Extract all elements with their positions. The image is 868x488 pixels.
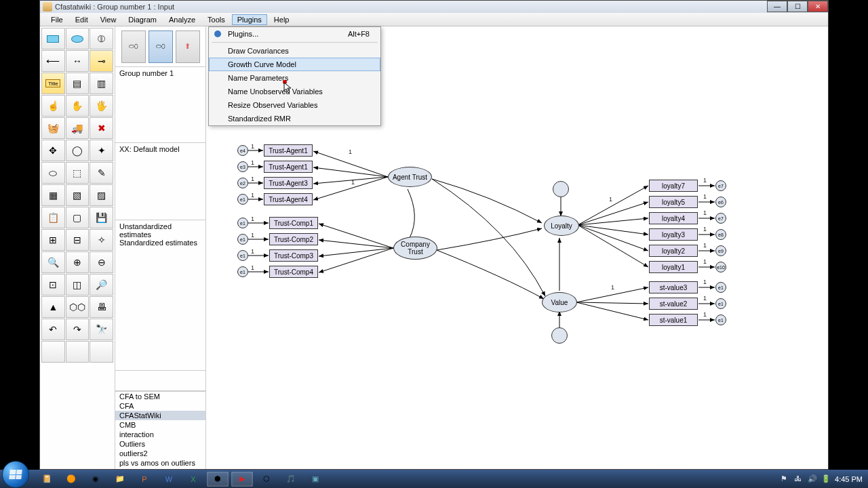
taskbar-powerpoint[interactable]: P bbox=[134, 472, 155, 487]
taskbar-app-2[interactable]: 🟠 bbox=[60, 472, 82, 487]
observed-loyalty3[interactable]: loyalty3 bbox=[649, 228, 698, 241]
file-item[interactable]: outliers2 bbox=[115, 449, 205, 458]
error-loy5[interactable]: e6 bbox=[715, 197, 726, 207]
tool-shape-prop[interactable]: ✥ bbox=[41, 140, 65, 161]
observed-stvalue2[interactable]: st-value2 bbox=[649, 298, 698, 310]
model-item[interactable]: XX: Default model bbox=[119, 145, 201, 153]
plugin-name-unobserved[interactable]: Name Unobserved Variables bbox=[209, 85, 380, 98]
file-item[interactable]: CMB bbox=[115, 420, 205, 430]
error-val3[interactable]: e1 bbox=[715, 282, 726, 293]
observed-trust-comp3[interactable]: Trust-Comp3 bbox=[269, 249, 318, 262]
tool-copy[interactable]: 🧺 bbox=[41, 117, 65, 139]
tool-move[interactable]: 🚚 bbox=[66, 117, 90, 139]
observed-loyalty2[interactable]: loyalty2 bbox=[649, 245, 698, 257]
file-item[interactable]: CFAStatWiki bbox=[115, 411, 205, 420]
group-item[interactable]: Group number 1 bbox=[119, 69, 201, 77]
taskbar-word[interactable]: W bbox=[158, 472, 180, 487]
tool-drag-prop[interactable]: ⊟ bbox=[66, 229, 90, 251]
observed-trust-agent3[interactable]: Trust-Agent3 bbox=[264, 177, 313, 189]
observed-trust-comp4[interactable]: Trust-Comp4 bbox=[269, 266, 318, 278]
tool-bayes[interactable]: ▲ bbox=[41, 296, 65, 318]
tool-list1[interactable]: ▤ bbox=[66, 73, 90, 94]
tool-reflect[interactable]: ✦ bbox=[90, 140, 113, 161]
tray-flag-icon[interactable]: ⚑ bbox=[781, 474, 790, 484]
plugin-name-parameters[interactable]: Name Parameters bbox=[209, 71, 380, 85]
file-item[interactable]: CFA bbox=[115, 401, 205, 411]
tool-print[interactable]: 🖶 bbox=[90, 296, 113, 318]
observed-trust-agent1[interactable]: Trust-Agent1 bbox=[264, 144, 313, 157]
latent-agent-trust[interactable]: Agent Trust bbox=[388, 167, 432, 187]
tray-clock[interactable]: 4:45 PM bbox=[835, 475, 863, 483]
tool-save[interactable]: 💾 bbox=[90, 207, 113, 228]
view-output-diagram[interactable]: ⬭⬯ bbox=[149, 30, 173, 63]
tool-title[interactable]: Title bbox=[41, 73, 65, 94]
taskbar-explorer[interactable]: 📁 bbox=[109, 472, 131, 487]
tool-rotate[interactable]: ◯ bbox=[66, 140, 90, 161]
tool-scroll[interactable]: ⬚ bbox=[66, 162, 90, 184]
tool-redo[interactable]: ↷ bbox=[66, 319, 90, 340]
tool-zoom-out[interactable]: ⊖ bbox=[90, 251, 113, 273]
error-e3[interactable]: e3 bbox=[237, 161, 248, 172]
tool-preserve-sym[interactable]: ✧ bbox=[90, 229, 113, 251]
error-loy7[interactable]: e7 bbox=[715, 180, 726, 191]
tool-delete[interactable]: ✖ bbox=[90, 117, 113, 139]
taskbar-amos[interactable]: ⬢ bbox=[207, 472, 229, 487]
view-arrow-up[interactable]: ⬆ bbox=[176, 30, 200, 63]
plugins-open-manager[interactable]: Plugins... Alt+F8 bbox=[209, 27, 380, 41]
error-val1[interactable]: e1 bbox=[715, 314, 726, 325]
latent-value[interactable]: Value bbox=[542, 292, 577, 312]
file-item[interactable]: pls vs amos on outliers bbox=[115, 458, 205, 468]
observed-loyalty7[interactable]: loyalty7 bbox=[649, 180, 698, 192]
plugin-resize-observed[interactable]: Resize Observed Variables bbox=[209, 98, 380, 112]
error-comp-c[interactable]: e1 bbox=[237, 250, 248, 261]
file-item[interactable]: Outliers bbox=[115, 439, 205, 449]
tool-select-one[interactable]: ☝ bbox=[41, 95, 65, 117]
taskbar-chrome[interactable]: ◉ bbox=[85, 472, 106, 487]
error-comp-d[interactable]: e1 bbox=[237, 266, 248, 277]
taskbar-recorder[interactable]: ▶ bbox=[231, 472, 253, 487]
tool-list2[interactable]: ▥ bbox=[90, 73, 113, 94]
taskbar-app-5[interactable]: ▣ bbox=[304, 472, 326, 487]
tool-error-var[interactable]: ⊸ bbox=[90, 50, 113, 72]
menu-help[interactable]: Help bbox=[269, 14, 295, 25]
residual-value[interactable] bbox=[551, 327, 568, 344]
error-loy2[interactable]: e9 bbox=[715, 245, 726, 256]
error-loy4[interactable]: e7 bbox=[715, 213, 726, 224]
menu-file[interactable]: File bbox=[45, 14, 68, 25]
minimize-button[interactable]: — bbox=[767, 1, 787, 12]
file-list[interactable]: CFA to SEM CFA CFAStatWiki CMB interacti… bbox=[115, 391, 205, 469]
tool-rectangle[interactable] bbox=[41, 28, 65, 49]
error-loy1[interactable]: e10 bbox=[715, 262, 726, 272]
observed-loyalty4[interactable]: loyalty4 bbox=[649, 212, 698, 224]
tool-blank2[interactable] bbox=[66, 341, 90, 363]
taskbar-app-1[interactable]: 📔 bbox=[36, 472, 58, 487]
observed-trust-comp2[interactable]: Trust-Comp2 bbox=[269, 233, 318, 245]
tool-clipboard[interactable]: 📋 bbox=[41, 207, 65, 228]
tool-double-arrow[interactable]: ↔ bbox=[66, 50, 90, 72]
error-loy3[interactable]: e8 bbox=[715, 229, 726, 240]
menu-diagram[interactable]: Diagram bbox=[123, 14, 162, 25]
close-button[interactable]: ✕ bbox=[808, 1, 828, 12]
tool-analysis-prop[interactable]: ▧ bbox=[66, 184, 90, 206]
tool-ellipse[interactable] bbox=[66, 28, 90, 49]
taskbar-excel[interactable]: X bbox=[182, 472, 204, 487]
menu-tools[interactable]: Tools bbox=[202, 14, 231, 25]
menu-analyze[interactable]: Analyze bbox=[163, 14, 201, 25]
latent-loyalty[interactable]: Loyalty bbox=[544, 216, 579, 236]
system-tray[interactable]: ⚑ 🖧 🔊 🔋 4:45 PM bbox=[781, 474, 868, 484]
error-val2[interactable]: e1 bbox=[715, 298, 726, 309]
tool-deselect[interactable]: 🖐 bbox=[90, 95, 113, 117]
file-item[interactable]: CFA to SEM bbox=[115, 392, 205, 401]
plugin-standardized-rmr[interactable]: Standardized RMR bbox=[209, 112, 380, 125]
plugin-growth-curve-model[interactable]: Growth Curve Model bbox=[209, 58, 380, 71]
tool-touch-up[interactable]: ✎ bbox=[90, 162, 113, 184]
tool-fit-page[interactable]: ◫ bbox=[66, 274, 90, 296]
tool-data-file[interactable]: ▦ bbox=[41, 184, 65, 206]
error-e1[interactable]: e1 bbox=[237, 194, 248, 205]
tool-calc[interactable]: ▨ bbox=[90, 184, 113, 206]
menu-view[interactable]: View bbox=[95, 14, 122, 25]
menu-edit[interactable]: Edit bbox=[70, 14, 94, 25]
tool-object-prop[interactable]: ⊞ bbox=[41, 229, 65, 251]
tool-undo[interactable]: ↶ bbox=[41, 319, 65, 340]
error-comp-a[interactable]: e1 bbox=[237, 218, 248, 228]
